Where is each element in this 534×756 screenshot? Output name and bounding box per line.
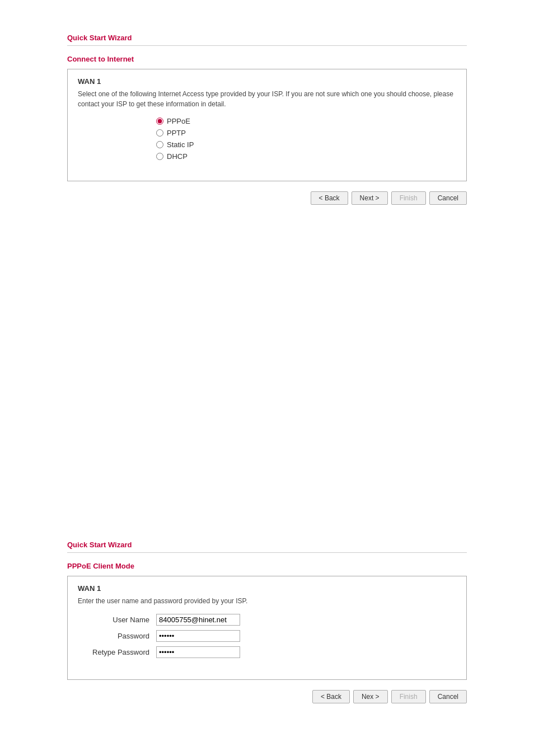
divider-2	[67, 552, 467, 553]
next-button-2[interactable]: Nex >	[353, 690, 388, 703]
button-row-1: < Back Next > Finish Cancel	[67, 191, 467, 205]
button-row-2: < Back Nex > Finish Cancel	[67, 690, 467, 703]
radio-label-pptp: PPTP	[167, 129, 186, 137]
radio-label-dhcp: DHCP	[167, 152, 188, 161]
radio-label-pppoe: PPPoE	[167, 117, 190, 125]
form-table-2: User Name Password Retype Password	[78, 614, 456, 658]
finish-button-1[interactable]: Finish	[391, 191, 426, 205]
radio-pptp[interactable]	[156, 129, 163, 137]
finish-button-2[interactable]: Finish	[391, 690, 426, 703]
form-row-username: User Name	[78, 614, 456, 626]
form-row-retype-password: Retype Password	[78, 646, 456, 658]
form-row-password: Password	[78, 630, 456, 642]
wan-box-2: WAN 1 Enter the user name and password p…	[67, 576, 467, 680]
next-button-1[interactable]: Next >	[352, 191, 388, 205]
radio-dhcp[interactable]	[156, 153, 163, 160]
radio-group-1: PPPoE PPTP Static IP DHCP	[156, 117, 456, 161]
section1-container: Quick Start Wizard Connect to Internet W…	[0, 0, 534, 227]
wan-desc-2: Enter the user name and password provide…	[78, 596, 456, 606]
label-username: User Name	[78, 616, 156, 624]
divider-1	[67, 45, 467, 46]
radio-item-pppoe[interactable]: PPPoE	[156, 117, 456, 125]
cancel-button-2[interactable]: Cancel	[429, 690, 467, 703]
wan-desc-1: Select one of the following Internet Acc…	[78, 89, 456, 109]
mode-title: PPPoE Client Mode	[67, 562, 467, 570]
label-password: Password	[78, 632, 156, 640]
radio-staticip[interactable]	[156, 141, 163, 148]
wan-title-2: WAN 1	[78, 584, 456, 593]
radio-pppoe[interactable]	[156, 118, 163, 125]
wan-box-1: WAN 1 Select one of the following Intern…	[67, 69, 467, 181]
label-retype-password: Retype Password	[78, 648, 156, 656]
cancel-button-1[interactable]: Cancel	[429, 191, 467, 205]
spacer	[0, 227, 534, 507]
back-button-2[interactable]: < Back	[312, 690, 350, 703]
input-password[interactable]	[156, 630, 240, 642]
back-button-1[interactable]: < Back	[311, 191, 348, 205]
wizard-title-1: Quick Start Wizard	[67, 34, 467, 42]
section2-container: Quick Start Wizard PPPoE Client Mode WAN…	[0, 507, 534, 726]
radio-item-dhcp[interactable]: DHCP	[156, 152, 456, 161]
radio-item-pptp[interactable]: PPTP	[156, 129, 456, 137]
input-retype-password[interactable]	[156, 646, 240, 658]
radio-label-staticip: Static IP	[167, 140, 194, 149]
connect-title: Connect to Internet	[67, 55, 467, 63]
radio-item-staticip[interactable]: Static IP	[156, 140, 456, 149]
input-username[interactable]	[156, 614, 240, 626]
wan-title-1: WAN 1	[78, 77, 456, 86]
wizard-title-2: Quick Start Wizard	[67, 541, 467, 549]
